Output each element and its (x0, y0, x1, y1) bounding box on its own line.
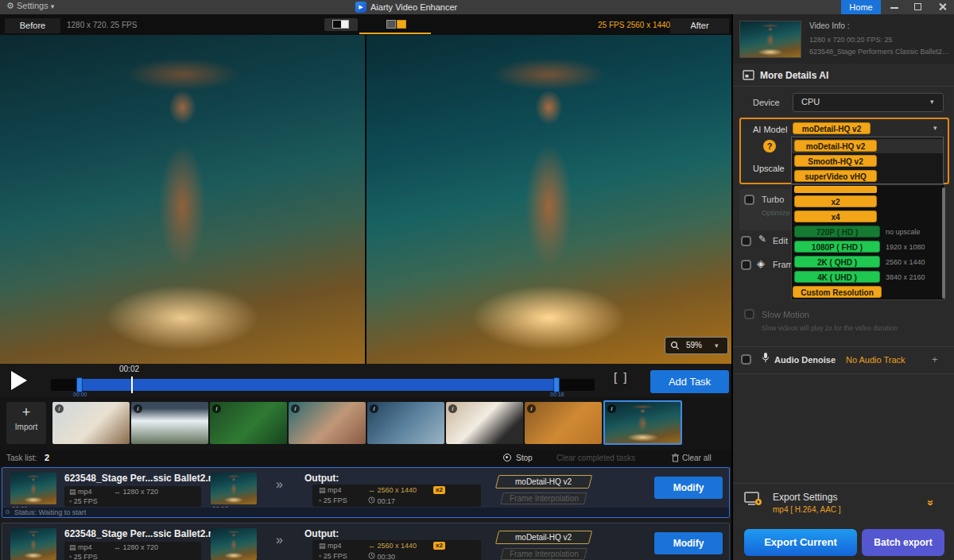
format-value: mp4 (78, 543, 92, 551)
task-filename: 623548_Stage Per...ssic Ballet2.mp4 (64, 528, 227, 539)
home-button[interactable]: Home (841, 0, 881, 14)
tab-before[interactable]: Before (5, 18, 60, 33)
audio-denoise-checkbox[interactable] (741, 354, 751, 365)
out-resolution-value: 2560 x 1440 (378, 486, 417, 494)
resolution-icon: ↔ (368, 542, 378, 550)
format-value: mp4 (78, 488, 92, 496)
export-settings-label[interactable]: Export Settings (773, 492, 837, 503)
output-label: Output: (304, 473, 339, 484)
trim-brackets-icon[interactable]: [] (614, 370, 633, 384)
modify-button[interactable]: Modify (654, 477, 723, 499)
dropdown-scrollbar[interactable] (942, 187, 945, 299)
gallery-thumbnail[interactable]: i (525, 402, 602, 444)
gallery-thumbnail-selected[interactable]: i (603, 400, 682, 445)
export-current-button[interactable]: Export Current (744, 529, 857, 556)
task-row[interactable]: 00:01 623548_Stage Per...ssic Ballet2.mp… (2, 467, 730, 518)
frame-checkbox[interactable] (741, 260, 751, 270)
device-select[interactable]: CPU ▾ (793, 93, 944, 112)
task-row[interactable]: 623548_Stage Per...ssic Ballet2.mp4 ▤ mp… (2, 523, 730, 560)
info-icon[interactable]: i (527, 404, 536, 413)
stop-button[interactable]: Stop (516, 454, 533, 462)
edit-label: Edit (773, 236, 788, 245)
scale-badge: x2 (433, 486, 445, 494)
close-icon[interactable] (938, 2, 947, 13)
audio-track-value[interactable]: No Audio Track (846, 355, 906, 365)
trim-handle-start[interactable] (76, 377, 83, 392)
upscale-option[interactable]: 1080P ( FHD ) (794, 241, 880, 253)
upscale-option[interactable]: 4K ( UHD ) (794, 271, 880, 283)
slow-motion-checkbox[interactable] (744, 309, 754, 319)
import-label: Import (6, 423, 46, 431)
task-count: 2 (45, 453, 49, 462)
stop-icon[interactable] (503, 454, 511, 462)
plus-icon: + (6, 402, 46, 423)
upscale-option[interactable]: x2 (794, 195, 877, 207)
upscale-note: 2560 x 1440 (886, 258, 925, 266)
add-task-button[interactable]: Add Task (650, 370, 729, 393)
play-button[interactable] (11, 371, 27, 390)
task-status-bar: Status: Waiting to start (2, 508, 729, 517)
clock-icon (368, 552, 375, 559)
tab-after[interactable]: After (670, 18, 729, 33)
info-icon[interactable]: i (55, 404, 64, 413)
zoom-control[interactable]: 59% ▾ (665, 337, 728, 354)
info-icon[interactable]: i (448, 404, 457, 413)
preview-header: Before 1280 x 720. 25 FPS 25 FPS 2560 x … (0, 14, 731, 35)
info-icon[interactable]: i (134, 404, 142, 413)
trim-handle-end[interactable] (553, 377, 560, 392)
resolution-value: 1280 x 720 (123, 543, 159, 551)
collapse-up-icon[interactable]: » (929, 496, 933, 508)
help-icon[interactable]: ? (763, 140, 776, 153)
gallery-thumbnail[interactable]: i (131, 402, 208, 444)
info-icon[interactable]: i (607, 404, 616, 413)
ai-model-value[interactable]: moDetail-HQ v2 (793, 122, 871, 134)
upscale-option[interactable]: 720P ( HD ) (794, 226, 880, 238)
resolution-icon: ↔ (114, 543, 123, 551)
upscale-option[interactable]: 2K ( QHD ) (794, 256, 880, 268)
expand-icon[interactable]: + (932, 353, 938, 365)
model-tag[interactable]: moDetail-HQ v2 (495, 531, 592, 544)
ai-option[interactable]: superVideo vHQ (794, 170, 877, 182)
upscale-option[interactable]: Custom Resolution (793, 286, 882, 298)
ai-option[interactable]: moDetail-HQ v2 (794, 140, 877, 152)
maximize-icon[interactable] (914, 3, 921, 10)
clear-all-button[interactable]: Clear all (682, 454, 712, 462)
edit-checkbox[interactable] (741, 236, 751, 246)
turbo-checkbox[interactable] (744, 195, 754, 205)
gallery-thumbnail[interactable]: i (289, 402, 366, 444)
task-filename: 623548_Stage Per...ssic Ballet2.mp4 (64, 473, 227, 484)
model-tag[interactable]: moDetail-HQ v2 (495, 475, 592, 489)
out-fps-value: 25 FPS (324, 552, 347, 560)
gear-icon: ⚙ (6, 1, 14, 10)
info-icon[interactable]: i (370, 404, 378, 413)
upscale-option[interactable]: x4 (794, 210, 877, 222)
batch-export-button[interactable]: Batch export (862, 529, 944, 556)
settings-menu[interactable]: ⚙ Settings ▾ (6, 1, 54, 11)
playhead[interactable] (131, 377, 133, 393)
gallery-thumbnail[interactable]: i (446, 402, 523, 444)
clear-completed-button[interactable]: Clear completed tasks (556, 454, 635, 462)
view-split-button[interactable] (324, 18, 358, 31)
ai-option[interactable]: Smooth-HQ v2 (794, 155, 877, 167)
device-value: CPU (801, 97, 820, 106)
input-specs: ▤ mp4 ↔ 1280 x 720 ▫ 25 FPS (64, 542, 201, 560)
video-info-section: Video Info : 1280 x 720 00:20 FPS: 25 62… (733, 14, 954, 64)
modify-button[interactable]: Modify (654, 532, 723, 554)
output-specs: ▤ mp4 ↔ 2560 x 1440 x2 ▫ 25 FPS 00:17 (312, 485, 481, 507)
upscale-selected-partial (794, 186, 877, 193)
divider (733, 373, 954, 374)
timeline-range[interactable] (80, 379, 556, 391)
titlebar: ⚙ Settings ▾ ▶ Aiarty Video Enhancer Hom… (0, 0, 954, 14)
frame-interpolation-tag: Frame Interpolation (500, 548, 588, 560)
gallery-thumbnail[interactable]: i (367, 402, 444, 444)
status-text: Status: Waiting to start (14, 508, 86, 517)
format-icon: ▤ (69, 543, 78, 551)
gallery-thumbnail[interactable]: i (210, 402, 287, 444)
gallery-thumbnail[interactable]: i (52, 402, 130, 444)
chevron-down-icon[interactable]: ▾ (933, 124, 937, 132)
minimize-icon[interactable] (890, 7, 898, 9)
view-sidebyside-button[interactable] (380, 18, 413, 31)
info-icon[interactable]: i (212, 404, 221, 413)
import-button[interactable]: + Import (6, 402, 46, 444)
info-icon[interactable]: i (291, 404, 300, 413)
